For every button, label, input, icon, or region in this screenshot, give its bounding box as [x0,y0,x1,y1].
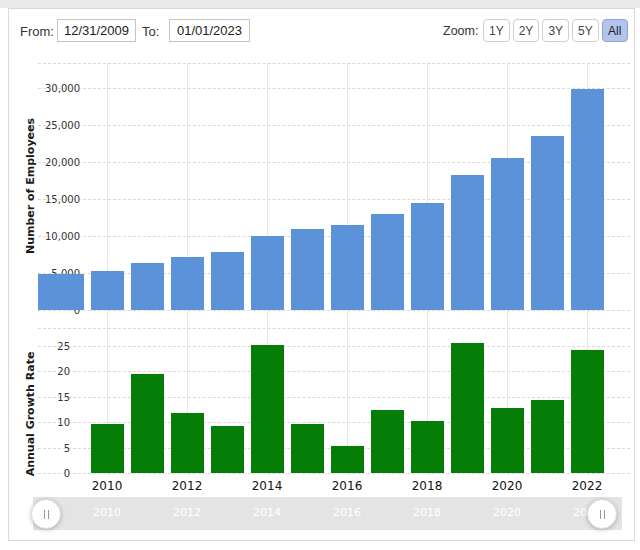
y-tick-label: 30,000 [45,83,80,94]
chart-widget: From: To: Zoom: 1Y2Y3Y5YAll Number of Em… [0,0,640,550]
employees-bar[interactable] [371,214,404,310]
to-date-input[interactable] [169,19,250,42]
growth-bar[interactable] [411,421,444,473]
x-axis-label: 2020 [492,479,523,493]
growth-bar[interactable] [291,424,324,473]
y-tick-label: 10,000 [45,231,80,242]
employees-bar[interactable] [531,136,564,310]
navigator-year-label: 2018 [413,506,441,519]
zoom-button-group: 1Y2Y3Y5YAll [483,19,628,42]
y-tick-label: 15 [57,391,70,402]
zoom-button-5y[interactable]: 5Y [572,19,599,42]
zoom-button-2y[interactable]: 2Y [513,19,540,42]
employees-bar[interactable] [411,203,444,310]
x-axis-label: 2014 [252,479,283,493]
h-gridline [38,310,630,311]
growth-bar[interactable] [571,350,604,473]
y-tick-label: 10 [57,417,70,428]
growth-bar[interactable] [251,345,284,473]
top-strip [0,0,640,8]
employees-bar[interactable] [131,263,164,310]
drag-handle-icon [600,510,601,519]
employees-bar[interactable] [251,236,284,310]
employees-bar[interactable] [291,229,324,310]
from-date-input[interactable] [57,19,136,42]
y-tick-label: 5 [64,442,70,453]
growth-bar[interactable] [91,424,124,473]
employees-bar[interactable] [211,252,244,310]
from-label: From: [20,24,54,39]
range-navigator-track[interactable] [33,497,622,530]
h-gridline [38,371,630,372]
growth-bar[interactable] [371,410,404,474]
y-axis-title-employees: Number of Employees [24,118,37,254]
y-tick-label: 15,000 [45,194,80,205]
employees-bar[interactable] [451,175,484,310]
y-tick-label: 25,000 [45,120,80,131]
growth-bar[interactable] [491,408,524,473]
y-tick-label: 25 [57,341,70,352]
growth-bar[interactable] [531,400,564,473]
growth-bar[interactable] [131,374,164,473]
h-gridline [38,88,630,89]
growth-bar[interactable] [451,343,484,473]
y-tick-label: 20 [57,366,70,377]
employees-bar[interactable] [171,257,204,310]
navigator-left-handle[interactable] [31,499,61,529]
growth-bar[interactable] [211,426,244,473]
x-axis-label: 2018 [412,479,443,493]
h-gridline [38,125,630,126]
navigator-year-label: 2010 [93,506,121,519]
x-axis-label: 2012 [172,479,203,493]
y-tick-label: 20,000 [45,157,80,168]
growth-bar[interactable] [171,413,204,473]
zoom-button-1y[interactable]: 1Y [483,19,510,42]
plot-top-border [38,63,630,64]
navigator-year-label: 2016 [333,506,361,519]
navigator-year-label: 2012 [173,506,201,519]
employees-bar[interactable] [91,271,124,310]
x-axis-label: 2010 [92,479,123,493]
employees-bar[interactable] [571,89,604,310]
employees-bar[interactable] [38,274,84,310]
navigator-year-label: 2014 [253,506,281,519]
employees-bar[interactable] [491,158,524,310]
navigator-right-handle[interactable] [587,499,617,529]
x-axis-label: 2022 [572,479,603,493]
h-gridline [38,346,630,347]
y-tick-label: 0 [64,468,70,479]
growth-bar[interactable] [331,446,364,473]
zoom-button-3y[interactable]: 3Y [542,19,569,42]
plot-top-border [38,328,630,329]
zoom-label: Zoom: [443,24,478,38]
h-gridline [38,397,630,398]
y-axis-title-growth: Annual Growth Rate [24,352,37,477]
drag-handle-icon [604,510,605,519]
drag-handle-icon [44,510,45,519]
drag-handle-icon [48,510,49,519]
x-axis-label: 2016 [332,479,363,493]
zoom-button-all[interactable]: All [602,19,628,42]
h-gridline [38,473,630,474]
navigator-year-label: 2020 [493,506,521,519]
to-label: To: [142,24,159,39]
employees-bar[interactable] [331,225,364,310]
